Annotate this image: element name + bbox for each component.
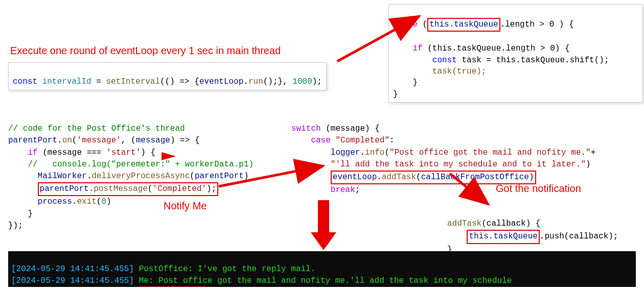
code-addtask: addTask(callback) { this.taskQueue.push(… <box>447 206 618 256</box>
annotation-execute: Execute one round of eventLoop every 1 s… <box>10 45 281 57</box>
svg-marker-6 <box>311 232 336 250</box>
code-while-block: while (this.taskQueue.length > 0 ) { if … <box>388 4 643 103</box>
code-setinterval: const intervalId = setInterval(() => {ev… <box>8 62 327 90</box>
terminal-output: [2024-05-29 14:41:45.455] PostOffice: I'… <box>8 251 636 287</box>
code-worker: // code for the Post Office's thread par… <box>8 111 254 232</box>
code-switch: switch (message) { case "Completed": log… <box>291 111 595 196</box>
